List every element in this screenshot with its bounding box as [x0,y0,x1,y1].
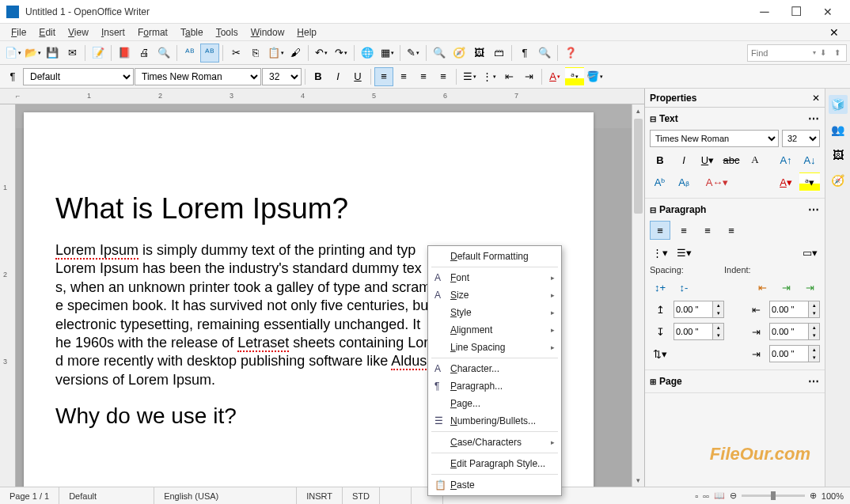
sidebar-close-icon[interactable]: ✕ [812,93,820,104]
line-spacing-button[interactable]: ⇅▾ [650,344,670,363]
zoom-out-button[interactable]: ⊖ [730,491,737,501]
spacing-above-input[interactable]: ▴▾ [674,301,724,318]
ctx-item[interactable]: Alignment▸ [428,321,561,339]
status-style[interactable]: Default [59,487,154,504]
indent-decrease-button[interactable]: ⇤ [752,278,772,297]
navigator-button[interactable]: 🧭 [450,44,469,63]
ctx-item[interactable]: ACharacter... [428,360,561,377]
status-language[interactable]: English (USA) [154,487,297,504]
copy-button[interactable]: ⎘ [246,44,265,63]
align-justify-button[interactable]: ≡ [434,67,453,86]
font-size-select[interactable]: 32 [262,68,302,85]
print-button[interactable]: 🖨 [135,44,154,63]
scroll-thumb[interactable] [634,119,643,214]
highlight-button[interactable]: ᵃ [565,67,584,86]
status-insert-mode[interactable]: INSRT [297,487,343,504]
export-pdf-button[interactable]: 📕 [115,44,134,63]
vertical-ruler[interactable]: 1 2 3 [0,104,16,487]
new-button[interactable]: 📄 [3,44,22,63]
data-sources-button[interactable]: 🗃 [489,44,508,63]
ctx-item[interactable]: Default Formatting [428,248,561,265]
tab-properties[interactable]: 🧊 [829,95,848,114]
doc-heading[interactable]: What is Lorem Ipsum? [55,191,562,225]
redo-button[interactable]: ↷ [332,44,351,63]
bold-button[interactable]: B [309,67,328,86]
menu-edit[interactable]: Edit [32,25,62,40]
section-menu-button[interactable]: ⋯ [808,112,820,125]
para-align-left-button[interactable]: ≡ [650,221,670,240]
sidebar-bold-button[interactable]: B [650,150,670,169]
menu-format[interactable]: Format [131,25,174,40]
indent-increase-button[interactable]: ⇥ [776,278,796,297]
para-bgcolor-button[interactable]: ▭▾ [799,243,820,262]
sidebar-underline-button[interactable]: U▾ [697,150,718,169]
expand-icon[interactable]: ⊟ [650,115,656,123]
help-button[interactable]: ❓ [561,44,580,63]
find-next-button[interactable]: ⬇ [816,46,830,60]
decrease-indent-button[interactable]: ⇤ [499,67,518,86]
sidebar-shrink-font-button[interactable]: A↓ [799,150,820,169]
status-selection-mode[interactable]: STD [343,487,380,504]
zoom-percent[interactable]: 100% [822,491,844,501]
para-numbering-button[interactable]: ☰▾ [674,243,694,262]
increase-indent-button[interactable]: ⇥ [519,67,538,86]
expand-icon[interactable]: ⊞ [650,377,656,386]
minimize-button[interactable]: ─ [749,0,780,24]
close-document-button[interactable]: ✕ [823,26,845,39]
format-paintbrush-button[interactable]: 🖌 [286,44,305,63]
sidebar-size-select[interactable]: 32 [782,130,820,147]
print-preview-button[interactable]: 🔍 [154,44,173,63]
scroll-down-button[interactable]: ▾ [632,474,644,487]
bg-color-button[interactable]: 🪣 [585,67,604,86]
sidebar-subscript-button[interactable]: Aᵦ [674,172,694,191]
bullet-list-button[interactable]: ⋮ [480,67,499,86]
sidebar-highlight-button[interactable]: ᵃ▾ [799,172,820,191]
paragraph-style-select[interactable]: Default [23,68,134,85]
styles-button[interactable]: ¶ [3,67,22,86]
zoom-button[interactable]: 🔍 [535,44,554,63]
ctx-item[interactable]: ☰Numbering/Bullets... [428,412,561,430]
vertical-scrollbar[interactable]: ▴ ▾ [632,104,644,487]
indent-before-input[interactable]: ▴▾ [769,301,820,318]
para-bullets-button[interactable]: ⋮▾ [650,243,670,262]
ctx-item[interactable]: Edit Paragraph Style... [428,455,561,472]
para-align-center-button[interactable]: ≡ [674,221,694,240]
view-layout-single-icon[interactable]: ▫ [695,491,698,501]
menu-tools[interactable]: Tools [210,25,245,40]
undo-button[interactable]: ↶ [312,44,331,63]
menu-insert[interactable]: Insert [95,25,131,40]
ctx-item[interactable]: AFont▸ [428,269,561,286]
indent-first-input[interactable]: ▴▾ [769,345,820,362]
paste-button[interactable]: 📋 [266,44,285,63]
ctx-item[interactable]: Line Spacing▸ [428,339,561,356]
menu-help[interactable]: Help [290,25,323,40]
para-align-right-button[interactable]: ≡ [697,221,718,240]
tab-gallery[interactable]: 🖼 [829,146,848,165]
find-input[interactable] [749,47,813,59]
view-layout-multi-icon[interactable]: ▫▫ [703,491,709,501]
spacing-below-input[interactable]: ▴▾ [674,323,724,340]
expand-icon[interactable]: ⊟ [650,206,656,214]
open-button[interactable]: 📂 [23,44,42,63]
para-align-justify-button[interactable]: ≡ [721,221,742,240]
sidebar-font-select[interactable]: Times New Roman [650,130,779,147]
sidebar-italic-button[interactable]: I [674,150,694,169]
menu-table[interactable]: Table [174,25,210,40]
zoom-in-button[interactable]: ⊕ [810,491,817,501]
section-menu-button[interactable]: ⋯ [808,203,820,216]
indent-hanging-button[interactable]: ⇥ [799,278,820,297]
menu-view[interactable]: View [62,25,95,40]
indent-after-input[interactable]: ▴▾ [769,323,820,340]
sidebar-strike-button[interactable]: abc [721,150,742,169]
table-button[interactable]: ▦ [378,44,397,63]
close-button[interactable]: ✕ [812,0,844,24]
sidebar-shadow-button[interactable]: A [745,150,765,169]
ctx-item[interactable]: 📋Paste [428,476,561,494]
status-page[interactable]: Page 1 / 1 [0,487,59,504]
ctx-item[interactable]: ASize▸ [428,286,561,304]
spacing-decrease-button[interactable]: ↕- [674,278,694,297]
cut-button[interactable]: ✂ [226,44,245,63]
email-button[interactable]: ✉ [63,44,82,63]
horizontal-ruler[interactable]: ⌐ 1 2 3 4 5 6 7 [0,89,644,104]
scroll-up-button[interactable]: ▴ [632,104,644,117]
